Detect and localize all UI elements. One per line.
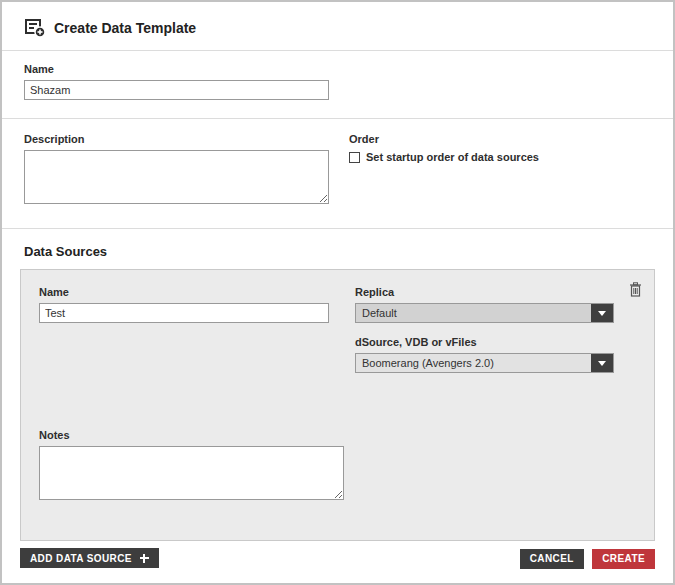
data-source-fields-row: Name Replica Default dSource, VDB or vFi… xyxy=(39,286,636,373)
order-label: Order xyxy=(349,133,539,145)
chevron-down-icon[interactable] xyxy=(591,304,613,322)
startup-order-checkbox[interactable] xyxy=(349,152,360,163)
dialog-action-buttons: CANCEL CREATE xyxy=(516,548,655,569)
notes-label: Notes xyxy=(39,429,636,441)
data-source-panel: Name Replica Default dSource, VDB or vFi… xyxy=(20,269,655,541)
name-section: Name xyxy=(2,51,673,118)
create-data-template-dialog: Create Data Template Name Description Or… xyxy=(0,0,675,585)
dialog-header: Create Data Template xyxy=(2,2,673,50)
description-label: Description xyxy=(24,133,349,145)
startup-order-checkbox-label: Set startup order of data sources xyxy=(366,151,539,163)
description-column: Description xyxy=(24,133,349,208)
name-label: Name xyxy=(24,63,651,75)
dsource-selected-value: Boomerang (Avengers 2.0) xyxy=(356,354,591,372)
cancel-button[interactable]: CANCEL xyxy=(520,549,584,569)
replica-select[interactable]: Default xyxy=(355,303,614,323)
description-order-section: Description Order Set startup order of d… xyxy=(2,119,673,228)
footer-actions: ADD DATA SOURCE CANCEL CREATE xyxy=(20,548,655,569)
source-name-label: Name xyxy=(39,286,355,298)
dsource-select[interactable]: Boomerang (Avengers 2.0) xyxy=(355,353,614,373)
data-source-right-column: Replica Default dSource, VDB or vFiles B… xyxy=(355,286,636,373)
dsource-label: dSource, VDB or vFiles xyxy=(355,336,614,348)
data-source-left-column: Name xyxy=(39,286,355,323)
source-name-input[interactable] xyxy=(39,303,329,323)
replica-label: Replica xyxy=(355,286,614,298)
add-data-source-button[interactable]: ADD DATA SOURCE xyxy=(20,548,159,568)
notes-textarea[interactable] xyxy=(39,446,344,500)
order-column: Order Set startup order of data sources xyxy=(349,133,539,163)
data-sources-heading: Data Sources xyxy=(2,229,673,269)
chevron-down-icon[interactable] xyxy=(591,354,613,372)
notes-block: Notes xyxy=(39,429,636,504)
data-template-add-icon xyxy=(24,18,46,38)
trash-icon xyxy=(629,283,642,300)
description-textarea[interactable] xyxy=(24,150,329,204)
create-button[interactable]: CREATE xyxy=(592,549,655,569)
page-title: Create Data Template xyxy=(54,20,196,36)
plus-icon xyxy=(140,554,149,563)
startup-order-checkbox-row[interactable]: Set startup order of data sources xyxy=(349,151,539,163)
replica-selected-value: Default xyxy=(356,304,591,322)
add-data-source-label: ADD DATA SOURCE xyxy=(30,553,132,564)
delete-data-source-button[interactable] xyxy=(629,282,642,297)
name-input[interactable] xyxy=(24,80,329,100)
